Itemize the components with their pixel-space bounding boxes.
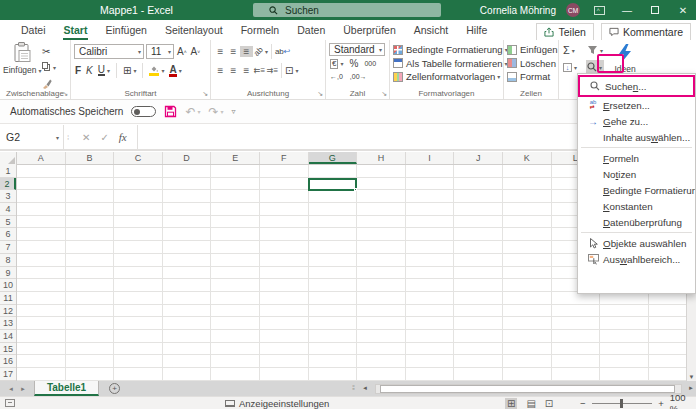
paste-button[interactable]: Einfügen▾ (3, 42, 41, 75)
tab-start[interactable]: Start (55, 21, 97, 40)
select-all-corner[interactable] (0, 152, 17, 165)
zoom-slider[interactable] (592, 403, 653, 404)
zoom-level[interactable]: 100 % (670, 392, 696, 409)
format-cells-button[interactable]: Format (507, 70, 556, 84)
align-right-button[interactable]: ≡ (240, 65, 253, 76)
confirm-entry-icon[interactable]: ✓ (100, 132, 108, 143)
number-format-combo[interactable]: Standard▾ (329, 43, 385, 56)
fill-color-button[interactable]: ▾ (148, 64, 165, 78)
menu-item-suchen[interactable]: Suchen... (580, 77, 693, 95)
row-header-9[interactable]: 9 (0, 267, 16, 280)
font-dialog-launcher[interactable]: ↘ (202, 90, 208, 98)
tab-daten[interactable]: Daten (288, 21, 334, 40)
column-header-h[interactable]: H (357, 152, 406, 164)
redo-button[interactable]: ↷▾ (208, 105, 223, 119)
delete-cells-button[interactable]: Löschen (507, 57, 556, 71)
alignment-dialog-launcher[interactable]: ↘ (317, 90, 323, 98)
clipboard-dialog-launcher[interactable]: ↘ (62, 90, 68, 98)
undo-button[interactable]: ↶▾ (185, 105, 200, 119)
currency-format-button[interactable]: €▾ (329, 58, 344, 69)
increase-indent-button[interactable]: ⇉≡ (266, 66, 279, 75)
menu-item-inhalte-auswaehlen[interactable]: Inhalte auswählen... (578, 129, 695, 145)
row-header-6[interactable]: 6 (0, 228, 16, 241)
search-box[interactable]: Suchen (253, 3, 441, 17)
row-header-12[interactable]: 12 (0, 305, 16, 318)
autosum-button[interactable]: Σ▾ (562, 43, 578, 57)
cancel-entry-icon[interactable]: ✕ (82, 132, 90, 143)
ribbon-display-options-button[interactable]: ˄ (590, 1, 608, 19)
normal-view-button[interactable]: ⊞ (505, 398, 517, 409)
fill-button[interactable]: ↓▾ (562, 60, 578, 74)
close-button[interactable]: ✕ (674, 1, 692, 19)
column-header-e[interactable]: E (211, 152, 260, 164)
italic-button[interactable]: K (85, 64, 94, 78)
insert-function-button[interactable]: fx (119, 131, 127, 143)
ideas-button[interactable]: Ideen (610, 44, 640, 74)
name-box[interactable]: G2▾ (0, 125, 64, 149)
format-painter-button[interactable] (41, 76, 57, 90)
tab-split-handle[interactable]: ⁞⁞ (352, 384, 354, 391)
save-button[interactable] (164, 105, 177, 118)
percent-format-button[interactable]: % (348, 58, 359, 69)
tab-datei[interactable]: Datei (12, 21, 55, 40)
column-header-c[interactable]: C (114, 152, 163, 164)
sheet-prev-icon[interactable]: ◄ (8, 386, 14, 392)
menu-item-bedingte-formatierung[interactable]: Bedingte Formatierung (578, 182, 695, 198)
row-header-10[interactable]: 10 (0, 279, 16, 292)
bold-button[interactable]: F (74, 64, 82, 78)
conditional-formatting-button[interactable]: Bedingte Formatierung▾ (393, 43, 501, 57)
menu-item-datenueberpruefung[interactable]: Datenüberprüfung (578, 214, 695, 230)
increase-decimal-button[interactable]: ←,0 (329, 71, 344, 81)
sort-filter-button[interactable]: ▾ (586, 43, 604, 57)
find-select-button[interactable]: ▾ (586, 60, 604, 74)
page-break-view-button[interactable]: ⊡ (545, 398, 553, 409)
tab-hilfe[interactable]: Hilfe (457, 21, 496, 40)
zoom-out-button[interactable]: − (580, 398, 586, 409)
cell-styles-button[interactable]: Zellenformatvorlagen▾ (393, 70, 501, 84)
column-header-a[interactable]: A (17, 152, 66, 164)
name-box-resizer[interactable]: ⁞ (64, 125, 72, 149)
align-top-button[interactable]: ≡ (214, 46, 227, 57)
tab-formeln[interactable]: Formeln (232, 21, 289, 40)
align-middle-button[interactable]: ≡ (227, 46, 240, 57)
menu-item-gehe-zu[interactable]: → Gehe zu... (578, 113, 695, 129)
hscroll-right-icon[interactable]: ► (688, 385, 694, 391)
insert-cells-button[interactable]: Einfügen (507, 43, 556, 57)
format-as-table-button[interactable]: Als Tabelle formatieren▾ (393, 57, 501, 71)
font-name-combo[interactable]: Calibri▾ (74, 44, 144, 59)
font-size-combo[interactable]: 11▾ (146, 44, 174, 59)
minimize-button[interactable]: — (618, 1, 636, 19)
align-bottom-button[interactable]: ≡ (240, 46, 253, 57)
scroll-down-icon[interactable]: ▼ (687, 374, 696, 380)
tab-ansicht[interactable]: Ansicht (405, 21, 457, 40)
tab-einfuegen[interactable]: Einfügen (96, 21, 155, 40)
column-header-d[interactable]: D (163, 152, 212, 164)
selected-cell-g2[interactable] (308, 178, 357, 191)
thousands-format-button[interactable]: 000 (363, 58, 377, 69)
menu-item-auswahlbereich[interactable]: Auswahlbereich... (578, 251, 695, 267)
zoom-in-button[interactable]: + (658, 398, 664, 409)
align-left-button[interactable]: ≡ (214, 65, 227, 76)
maximize-button[interactable] (646, 1, 664, 19)
borders-button[interactable]: ⊞▾ (122, 64, 137, 78)
copy-button[interactable]: ▾ (41, 60, 57, 74)
menu-item-notizen[interactable]: Notizen (578, 166, 695, 182)
zoom-slider-thumb[interactable] (620, 399, 623, 408)
font-color-button[interactable]: A▾ (168, 64, 182, 78)
user-name[interactable]: Cornelia Möhring (480, 5, 556, 16)
tab-seitenlayout[interactable]: Seitenlayout (156, 21, 232, 40)
merge-center-button[interactable]: ⊡▾ (284, 64, 299, 78)
row-header-3[interactable]: 3 (0, 190, 16, 203)
decrease-decimal-button[interactable]: ,00→ (349, 71, 368, 81)
column-header-j[interactable]: J (454, 152, 503, 164)
underline-button[interactable]: U▾ (97, 64, 111, 78)
sheet-next-icon[interactable]: ► (20, 386, 26, 392)
column-header-b[interactable]: B (66, 152, 115, 164)
column-header-f[interactable]: F (260, 152, 309, 164)
row-header-15[interactable]: 15 (0, 343, 16, 356)
menu-item-ersetzen[interactable]: ab⇄ Ersetzen... (578, 97, 695, 113)
customize-qat-button[interactable]: ▿ (232, 107, 236, 116)
hscroll-left-icon[interactable]: ◄ (362, 385, 368, 391)
row-header-1[interactable]: 1 (0, 165, 16, 178)
column-header-i[interactable]: I (406, 152, 455, 164)
